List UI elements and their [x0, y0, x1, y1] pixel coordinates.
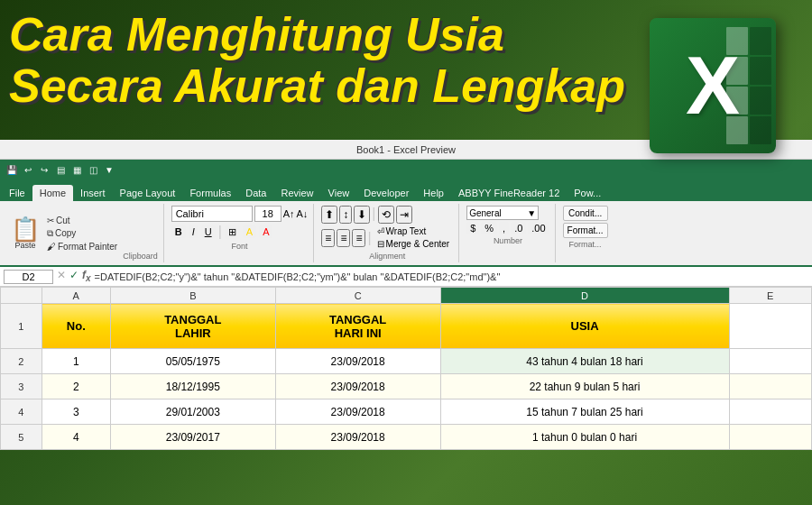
cell-c2-value: 23/09/2018: [331, 355, 385, 368]
tab-review[interactable]: Review: [273, 185, 320, 201]
align-left-button[interactable]: ≡: [321, 229, 335, 247]
undo-icon[interactable]: ↩: [22, 163, 34, 176]
tab-page-layout[interactable]: Page Layout: [113, 185, 183, 201]
cell-c4-value: 23/09/2018: [331, 406, 385, 418]
tab-formulas[interactable]: Formulas: [182, 185, 238, 201]
tab-developer[interactable]: Developer: [356, 185, 416, 201]
italic-button[interactable]: I: [189, 225, 198, 238]
data-cell-d4[interactable]: 15 tahun 7 bulan 25 hari: [440, 399, 729, 425]
row-header-4[interactable]: 4: [1, 399, 42, 425]
insert-function-icon[interactable]: fx: [82, 269, 91, 283]
qa-icon3[interactable]: ◫: [87, 163, 99, 176]
tab-view[interactable]: View: [321, 185, 357, 201]
col-header-a[interactable]: A: [42, 288, 110, 304]
data-cell-a2[interactable]: 1: [42, 349, 110, 374]
cell-c5-value: 23/09/2018: [331, 431, 385, 444]
indent-button[interactable]: ⇥: [396, 206, 412, 224]
underline-button[interactable]: U: [201, 225, 216, 238]
header-cell-no[interactable]: No.: [42, 304, 110, 349]
data-cell-c3[interactable]: 23/09/2018: [275, 374, 440, 399]
col-header-d[interactable]: D: [440, 288, 729, 304]
data-cell-c4[interactable]: 23/09/2018: [275, 399, 440, 425]
tab-pow[interactable]: Pow...: [567, 185, 608, 201]
tab-abbyy[interactable]: ABBYY FineReader 12: [451, 185, 567, 201]
row-header-3[interactable]: 3: [1, 374, 42, 399]
fill-color-button[interactable]: A: [243, 225, 256, 238]
text-angle-button[interactable]: ⟲: [378, 206, 394, 224]
cell-b2-value: 05/05/1975: [166, 355, 220, 368]
cell-b3-value: 18/12/1995: [166, 381, 220, 393]
font-color-button[interactable]: A: [259, 225, 272, 238]
col-header-e[interactable]: E: [729, 288, 811, 304]
format-painter-button[interactable]: 🖌 Format Painter: [44, 241, 120, 252]
percent-button[interactable]: %: [481, 222, 497, 234]
comma-button[interactable]: ,: [499, 222, 509, 234]
confirm-formula-icon[interactable]: ✓: [69, 269, 78, 283]
cut-label: Cut: [56, 216, 70, 225]
paste-button[interactable]: 📋 Paste: [9, 206, 42, 261]
qa-icon4[interactable]: ▼: [103, 163, 115, 176]
data-cell-d3[interactable]: 22 tahun 9 bulan 5 hari: [440, 374, 729, 399]
data-cell-c5[interactable]: 23/09/2018: [275, 425, 440, 450]
font-increase-icon[interactable]: A↑: [283, 208, 295, 219]
cell-reference-input[interactable]: [4, 270, 53, 284]
increase-decimal-button[interactable]: .00: [528, 222, 549, 234]
data-cell-b3[interactable]: 18/12/1995: [110, 374, 275, 399]
data-cell-b4[interactable]: 29/01/2003: [110, 399, 275, 425]
col-header-b[interactable]: B: [110, 288, 275, 304]
number-format-box[interactable]: General ▼: [466, 206, 539, 220]
data-cell-e4[interactable]: [729, 399, 811, 425]
col-header-c[interactable]: C: [275, 288, 440, 304]
align-right-button[interactable]: ≡: [352, 229, 365, 247]
qa-icon2[interactable]: ▦: [70, 163, 83, 176]
align-center-button[interactable]: ≡: [337, 229, 350, 247]
row-header-2[interactable]: 2: [1, 349, 42, 374]
redo-icon[interactable]: ↪: [38, 163, 51, 176]
cell-d2-value: 43 tahun 4 bulan 18 hari: [526, 355, 642, 368]
row-header-1[interactable]: 1: [1, 304, 42, 349]
data-cell-a3[interactable]: 2: [42, 374, 110, 399]
data-cell-a5[interactable]: 4: [42, 425, 110, 450]
data-cell-d2[interactable]: 43 tahun 4 bulan 18 hari: [440, 349, 729, 374]
bold-button[interactable]: B: [171, 225, 186, 238]
tab-insert[interactable]: Insert: [73, 185, 113, 201]
align-bottom-button[interactable]: ⬇: [354, 206, 370, 224]
format-as-table-button[interactable]: Format...: [563, 223, 608, 238]
header-cell-tanggal-hari-ini[interactable]: TANGGALHARI INI: [275, 304, 440, 349]
tab-data[interactable]: Data: [238, 185, 273, 201]
data-cell-e1[interactable]: [729, 304, 811, 349]
data-cell-e2[interactable]: [729, 349, 811, 374]
copy-button[interactable]: ⧉ Copy: [44, 227, 120, 240]
qa-icon1[interactable]: ▤: [54, 163, 67, 176]
font-name-box[interactable]: Calibri: [171, 206, 253, 222]
format-painter-icon: 🖌: [47, 242, 56, 252]
font-size-box[interactable]: 18: [254, 206, 281, 222]
border-button[interactable]: ⊞: [225, 225, 240, 239]
font-decrease-icon[interactable]: A↓: [297, 208, 309, 219]
data-cell-e3[interactable]: [729, 374, 811, 399]
decrease-decimal-button[interactable]: .0: [511, 222, 526, 234]
spreadsheet: A B C D E 1 No. TANGGALLAHIR: [0, 287, 812, 450]
align-top-button[interactable]: ⬆: [321, 206, 337, 224]
merge-center-button[interactable]: ⊟ Merge & Center: [374, 238, 454, 250]
header-cell-usia[interactable]: USIA: [440, 304, 729, 349]
cut-button[interactable]: ✂ Cut: [44, 215, 120, 226]
data-cell-e5[interactable]: [729, 425, 811, 450]
wrap-text-button[interactable]: ⏎ Wrap Text: [374, 225, 454, 237]
cancel-formula-icon[interactable]: ✕: [57, 269, 66, 283]
currency-button[interactable]: $: [466, 222, 479, 234]
data-cell-b5[interactable]: 23/09/2017: [110, 425, 275, 450]
tab-home[interactable]: Home: [32, 185, 73, 201]
tab-file[interactable]: File: [2, 185, 32, 201]
data-cell-d5[interactable]: 1 tahun 0 bulan 0 hari: [440, 425, 729, 450]
cut-icon: ✂: [47, 216, 54, 225]
save-icon[interactable]: 💾: [5, 163, 18, 176]
conditional-formatting-button[interactable]: Condit...: [563, 206, 608, 221]
data-cell-c2[interactable]: 23/09/2018: [275, 349, 440, 374]
data-cell-b2[interactable]: 05/05/1975: [110, 349, 275, 374]
tab-help[interactable]: Help: [416, 185, 451, 201]
data-cell-a4[interactable]: 3: [42, 399, 110, 425]
header-cell-tanggal-lahir[interactable]: TANGGALLAHIR: [110, 304, 275, 349]
row-header-5[interactable]: 5: [1, 425, 42, 450]
align-middle-button[interactable]: ↕: [339, 206, 352, 224]
